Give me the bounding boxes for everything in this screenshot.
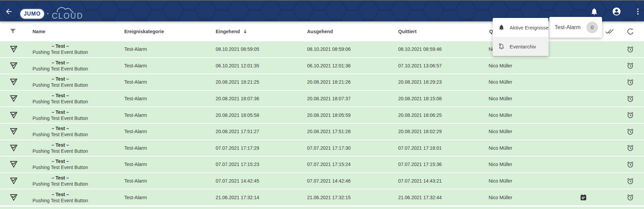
event-name-subtitle: Pushing Test Event Button	[33, 115, 88, 121]
menu-item-active-events[interactable]: Aktive Ereignisse	[493, 18, 549, 37]
event-name-title: – Test –	[51, 60, 69, 66]
event-name: – Test – Pushing Test Event Button	[33, 107, 88, 123]
event-name: – Test – Pushing Test Event Button	[33, 173, 88, 189]
event-name-subtitle: Pushing Test Event Button	[33, 181, 88, 187]
event-incoming-time: 21.06.2021 17:32:14	[216, 189, 259, 205]
column-header-name[interactable]: Name	[33, 21, 45, 41]
svg-text:CLOUD: CLOUD	[52, 12, 83, 20]
table-body: – Test – Pushing Test Event Button Test-…	[0, 41, 644, 206]
alarm-clock-icon[interactable]	[627, 91, 634, 107]
more-vert-icon[interactable]	[633, 7, 643, 16]
event-acknowledged-time: 07.07.2021 14:43:21	[398, 173, 442, 189]
event-acknowledged-time: 21.06.2021 17:32:44	[398, 189, 442, 205]
account-icon[interactable]	[612, 7, 621, 16]
alarm-clock-icon[interactable]	[627, 107, 634, 123]
event-acknowledged-by: Nico Müller	[489, 91, 512, 107]
done-all-icon[interactable]	[605, 21, 614, 41]
cloud-wordmark: CLOUD	[51, 6, 88, 21]
event-name: – Test – Pushing Test Event Button	[33, 74, 88, 90]
event-name-subtitle: Pushing Test Event Button	[33, 164, 88, 170]
back-arrow-icon[interactable]	[4, 7, 14, 16]
event-acknowledged-by: Nico Müller	[489, 173, 512, 189]
alarm-clock-icon[interactable]	[627, 189, 634, 205]
event-acknowledged-icon	[9, 124, 18, 140]
event-category: Test-Alarm	[124, 140, 147, 156]
table-row[interactable]: – Test – Pushing Test Event Button Test-…	[0, 140, 644, 157]
event-archive-page: JUMO · CLOUD Name Ereigniskate	[0, 0, 644, 209]
alarm-clock-icon[interactable]	[627, 74, 634, 90]
bell-icon[interactable]	[589, 7, 599, 16]
alarm-clock-icon[interactable]	[627, 124, 634, 140]
event-acknowledged-icon	[9, 140, 18, 156]
event-name: – Test – Pushing Test Event Button	[33, 91, 88, 107]
event-acknowledged-icon	[9, 156, 18, 172]
event-acknowledged-by: Nico Müller	[489, 58, 512, 74]
sort-descending-icon[interactable]	[243, 29, 248, 34]
alarm-clock-icon[interactable]	[627, 156, 634, 172]
event-name-title: – Test –	[51, 142, 69, 148]
bell-icon	[497, 24, 506, 31]
event-incoming-time: 07.07.2021 17:17:29	[216, 140, 259, 156]
table-row[interactable]: – Test – Pushing Test Event Button Test-…	[0, 91, 644, 107]
table-row[interactable]: – Test – Pushing Test Event Button Test-…	[0, 189, 644, 206]
event-outgoing-time: 20.08.2021 18:21:26	[307, 74, 350, 90]
refresh-icon[interactable]	[626, 21, 635, 41]
bell-clock-icon	[497, 43, 506, 50]
event-incoming-time: 07.07.2021 14:42:45	[216, 173, 259, 189]
event-category: Test-Alarm	[124, 156, 147, 172]
event-name-title: – Test –	[51, 191, 69, 197]
event-acknowledged-by: Nico Müller	[489, 107, 512, 123]
menu-item-label: Eventarchiv	[510, 44, 536, 49]
event-name: – Test – Pushing Test Event Button	[33, 124, 88, 140]
event-acknowledged-icon	[9, 107, 18, 123]
column-header-incoming[interactable]: Eingehend	[216, 21, 248, 41]
event-acknowledged-time: 20.08.2021 18:15:08	[398, 91, 442, 107]
column-header-category[interactable]: Ereigniskategorie	[124, 21, 164, 41]
event-name-subtitle: Pushing Test Event Button	[33, 82, 88, 88]
event-acknowledged-icon	[9, 74, 18, 90]
alarm-clock-icon[interactable]	[627, 58, 634, 74]
event-acknowledged-icon	[9, 41, 18, 57]
event-acknowledged-time: 07.07.2021 17:18:01	[398, 140, 442, 156]
event-outgoing-time: 08.10.2021 08:59:06	[307, 41, 350, 57]
table-row[interactable]: – Test – Pushing Test Event Button Test-…	[0, 156, 644, 173]
calendar-icon[interactable]	[580, 189, 587, 205]
event-name-subtitle: Pushing Test Event Button	[33, 66, 88, 72]
table-row[interactable]: – Test – Pushing Test Event Button Test-…	[0, 173, 644, 190]
event-incoming-time: 20.08.2021 18:07:36	[216, 91, 259, 107]
event-acknowledged-time: 07.10.2021 13:06:57	[398, 58, 442, 74]
event-name-title: – Test –	[51, 76, 69, 82]
event-name: – Test – Pushing Test Event Button	[33, 58, 88, 74]
alarm-clock-icon[interactable]	[627, 41, 634, 57]
column-header-acknowledged[interactable]: Quittiert	[398, 21, 416, 41]
event-name-title: – Test –	[51, 43, 69, 49]
event-name-subtitle: Pushing Test Event Button	[33, 131, 88, 138]
event-name-subtitle: Pushing Test Event Button	[33, 49, 88, 55]
menu-item-event-archive[interactable]: Eventarchiv	[493, 37, 549, 56]
event-acknowledged-icon	[9, 189, 18, 205]
alarm-clock-icon[interactable]	[627, 140, 634, 156]
event-acknowledged-by: Nico Müller	[489, 140, 512, 156]
alarm-clock-icon[interactable]	[627, 173, 634, 189]
event-name: – Test – Pushing Test Event Button	[33, 156, 88, 172]
table-row[interactable]: – Test – Pushing Test Event Button Test-…	[0, 58, 644, 75]
event-incoming-time: 20.08.2021 18:21:25	[216, 74, 259, 90]
table-row[interactable]: – Test – Pushing Test Event Button Test-…	[0, 74, 644, 91]
filter-funnel-icon[interactable]	[9, 21, 17, 41]
event-name-title: – Test –	[51, 158, 69, 164]
events-dropdown-menu: Aktive Ereignisse Eventarchiv	[493, 18, 549, 56]
event-name-subtitle: Pushing Test Event Button	[33, 197, 88, 204]
event-name-title: – Test –	[51, 92, 69, 99]
event-name-title: – Test –	[51, 125, 69, 131]
event-name: – Test – Pushing Test Event Button	[33, 140, 88, 156]
jumo-logo-pill: JUMO	[20, 9, 44, 19]
event-outgoing-time: 07.07.2021 17:17:30	[307, 140, 350, 156]
table-row[interactable]: – Test – Pushing Test Event Button Test-…	[0, 124, 644, 140]
table-row[interactable]: – Test – Pushing Test Event Button Test-…	[0, 107, 644, 124]
event-acknowledged-by: Nico Müller	[489, 156, 512, 172]
filter-chip-panel[interactable]: Test-Alarm 0	[549, 17, 602, 38]
column-header-outgoing[interactable]: Ausgehend	[307, 21, 333, 41]
event-category: Test-Alarm	[124, 58, 147, 74]
filter-chip-label: Test-Alarm	[555, 24, 580, 30]
event-category: Test-Alarm	[124, 173, 147, 189]
